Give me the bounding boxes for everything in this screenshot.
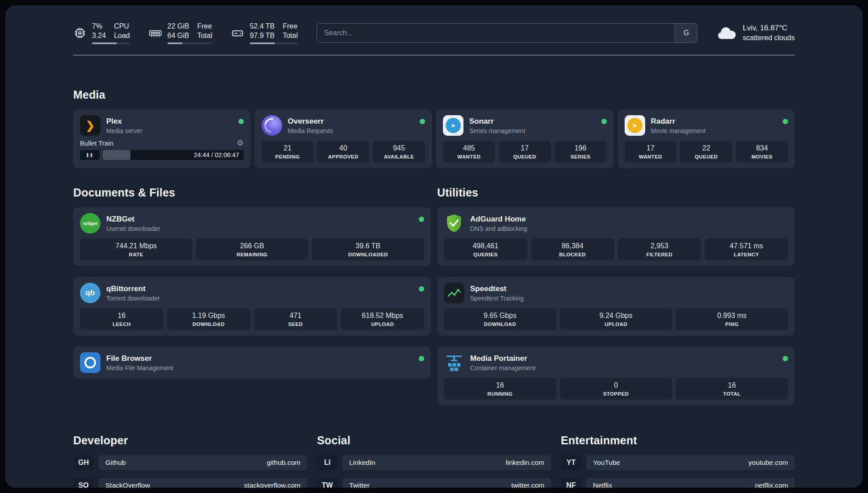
stat-tile: 1.19 Gbps DOWNLOAD bbox=[167, 308, 250, 330]
gear-icon[interactable]: ⚙ bbox=[237, 139, 243, 147]
system-metrics: 7% 3.24 CPU Load bbox=[73, 21, 298, 44]
stat-tile: 0 STOPPED bbox=[560, 378, 672, 400]
link-name: Github bbox=[105, 459, 267, 467]
app-card-nzbget[interactable]: nzbget NZBGet Usenet downloader 744.21 M… bbox=[73, 207, 431, 266]
status-dot bbox=[419, 286, 424, 292]
stat-value: 9.24 Gbps bbox=[561, 312, 672, 320]
ram-free-value: 22 GiB bbox=[167, 21, 189, 31]
stat-label: LATENCY bbox=[705, 252, 787, 257]
app-card-adguard-home[interactable]: AdGuard Home DNS and adblocking 498,461 … bbox=[437, 207, 795, 266]
nzbget-icon: nzbget bbox=[80, 213, 100, 234]
link-twitter[interactable]: Twitter twitter.com bbox=[342, 478, 551, 488]
adguard-shield-icon bbox=[444, 213, 464, 234]
stat-tile: 9.24 Gbps UPLOAD bbox=[560, 308, 672, 330]
cloud-icon bbox=[716, 25, 737, 41]
stat-label: QUEUED bbox=[681, 154, 731, 159]
filebrowser-icon bbox=[80, 352, 100, 373]
disk-free-label: Free bbox=[283, 21, 298, 31]
pause-button[interactable]: ❚❚ bbox=[80, 150, 100, 160]
documents-section-title: Documents & Files bbox=[73, 186, 431, 199]
stat-tile: 0.993 ms PING bbox=[676, 308, 788, 330]
stat-tile: 498,461 QUERIES bbox=[444, 238, 527, 260]
ram-free-label: Free bbox=[197, 21, 213, 31]
link-stackoverflow[interactable]: StackOverflow stackoverflow.com bbox=[99, 478, 307, 488]
app-subtitle: Container management bbox=[470, 364, 777, 372]
app-subtitle: Movie management bbox=[651, 127, 777, 134]
search-input[interactable] bbox=[317, 23, 697, 43]
stat-label: WANTED bbox=[626, 154, 676, 159]
cpu-load-value: 3.24 bbox=[92, 31, 106, 40]
link-abbr-linkedin: LI bbox=[317, 455, 338, 470]
stat-label: QUERIES bbox=[445, 252, 526, 257]
link-linkedin[interactable]: LinkedIn linkedin.com bbox=[342, 455, 551, 470]
weather-widget[interactable]: Lviv, 16.87°C scattered clouds bbox=[716, 24, 795, 42]
stat-value: 39.6 TB bbox=[313, 242, 423, 250]
app-card-sonarr[interactable]: ➤ Sonarr Series management 485 WANTED 17… bbox=[436, 109, 613, 168]
link-github[interactable]: Github github.com bbox=[99, 455, 307, 470]
dashboard-page: 7% 3.24 CPU Load bbox=[5, 5, 863, 488]
app-card-speedtest[interactable]: Speedtest Speedtest Tracking 9.65 Gbps D… bbox=[437, 277, 795, 336]
app-card-overseerr[interactable]: Overseerr Media Requests 21 PENDING 40 A… bbox=[255, 109, 432, 168]
app-name: qBittorrent bbox=[106, 284, 413, 293]
app-name: Sonarr bbox=[469, 117, 596, 126]
sonarr-icon: ➤ bbox=[443, 115, 463, 136]
section-documents: Documents & Files nzbget NZBGet Usenet d… bbox=[73, 186, 431, 405]
stat-value: 0 bbox=[561, 381, 672, 389]
qbittorrent-icon: qb bbox=[80, 283, 100, 303]
link-youtube[interactable]: YouTube youtube.com bbox=[586, 455, 795, 470]
stat-label: BLOCKED bbox=[532, 252, 613, 257]
stat-tile: 22 QUEUED bbox=[680, 141, 732, 163]
link-abbr-twitter: TW bbox=[317, 478, 338, 488]
stat-label: AVAILABLE bbox=[374, 154, 424, 159]
stat-tile: 618.52 Mbps UPLOAD bbox=[341, 308, 424, 330]
stat-tile: 485 WANTED bbox=[443, 141, 495, 163]
app-card-plex[interactable]: ❯ Plex Media server Bullet Train ⚙ ❚❚ bbox=[73, 109, 250, 168]
portainer-icon bbox=[444, 352, 464, 373]
stat-tile: 744.21 Mbps RATE bbox=[80, 238, 192, 260]
app-card-media-portainer[interactable]: Media Portainer Container management 16 … bbox=[437, 347, 795, 405]
stat-value: 47.571 ms bbox=[705, 242, 787, 250]
link-row: TW Twitter twitter.com bbox=[317, 478, 551, 488]
stat-tile: 17 WANTED bbox=[625, 141, 677, 163]
speedtest-icon bbox=[444, 283, 464, 303]
link-name: LinkedIn bbox=[349, 459, 506, 467]
link-abbr-netflix: NF bbox=[561, 478, 581, 488]
stat-value: 16 bbox=[445, 381, 555, 389]
app-subtitle: Speedtest Tracking bbox=[470, 295, 788, 302]
link-url: netflix.com bbox=[755, 481, 788, 488]
stat-label: APPROVED bbox=[318, 154, 368, 159]
stat-value: 266 GB bbox=[197, 242, 308, 250]
stat-value: 485 bbox=[444, 144, 494, 152]
link-netflix[interactable]: Netflix netflix.com bbox=[586, 478, 795, 488]
stats-row: 9.65 Gbps DOWNLOAD 9.24 Gbps UPLOAD 0.99… bbox=[444, 308, 788, 330]
stat-label: FILTERED bbox=[619, 252, 701, 257]
stat-tile: 16 RUNNING bbox=[444, 378, 556, 400]
stat-label: DOWNLOAD bbox=[168, 322, 250, 327]
app-card-qbittorrent[interactable]: qb qBittorrent Torrent downloader 16 LEE… bbox=[73, 277, 431, 336]
status-dot bbox=[783, 356, 788, 361]
stats-row: 21 PENDING 40 APPROVED 945 AVAILABLE bbox=[262, 141, 426, 163]
stat-tile: 196 SERIES bbox=[555, 141, 607, 163]
search-engine-button[interactable]: G bbox=[675, 24, 697, 42]
stat-value: 40 bbox=[318, 144, 368, 152]
stat-label: PING bbox=[676, 322, 787, 327]
app-card-radarr[interactable]: ➤ Radarr Movie management 17 WANTED 22 Q… bbox=[618, 109, 795, 168]
plex-now-playing: Bullet Train ⚙ ❚❚ 24:44 / 02:06:47 bbox=[80, 139, 244, 160]
status-dot bbox=[238, 119, 244, 124]
social-section-title: Social bbox=[317, 434, 551, 447]
stat-tile: 834 MOVIES bbox=[736, 141, 788, 163]
playback-progress-bar[interactable]: 24:44 / 02:06:47 bbox=[103, 150, 244, 160]
stat-label: LEECH bbox=[81, 322, 163, 327]
stat-tile: 21 PENDING bbox=[262, 141, 314, 163]
link-abbr-stackoverflow: SO bbox=[73, 478, 94, 488]
ram-icon bbox=[149, 26, 162, 40]
weather-location: Lviv, 16.87°C bbox=[743, 24, 795, 33]
cpu-load-label: Load bbox=[114, 31, 130, 40]
stat-tile: 40 APPROVED bbox=[317, 141, 369, 163]
app-card-filebrowser[interactable]: File Browser Media File Management bbox=[73, 347, 431, 379]
ram-total-value: 64 GiB bbox=[167, 31, 189, 40]
stat-label: TOTAL bbox=[676, 391, 787, 397]
link-row: GH Github github.com bbox=[73, 455, 307, 470]
link-row: YT YouTube youtube.com bbox=[561, 455, 795, 470]
stat-value: 196 bbox=[555, 144, 606, 152]
